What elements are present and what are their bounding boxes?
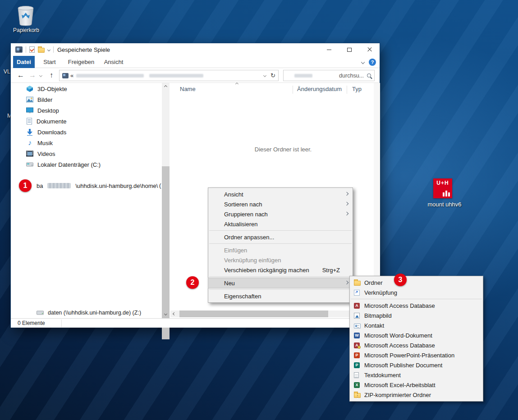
- tab-start[interactable]: Start: [38, 56, 61, 68]
- forward-button[interactable]: →: [29, 71, 36, 79]
- sidebar-item-videos[interactable]: Videos: [26, 148, 161, 159]
- uhh-logo-text: U+H: [433, 180, 452, 186]
- redacted-username: [47, 183, 71, 188]
- drive-icon: [26, 162, 33, 167]
- access-key-icon: A: [354, 342, 360, 348]
- annotation-badge-2: 2: [186, 276, 199, 289]
- menu-separator: [351, 299, 482, 299]
- menu-item-ordner-anpassen[interactable]: Ordner anpassen...: [208, 232, 353, 242]
- sidebar-item-label: daten (\\uhhdisk.uni-hamburg.de) (Z:): [48, 310, 141, 316]
- close-icon: [367, 47, 372, 52]
- menu-item-eigenschaften[interactable]: Eigenschaften: [208, 291, 353, 301]
- new-folder-quick-icon[interactable]: [38, 48, 45, 53]
- menu-separator: [209, 243, 352, 244]
- menu-item-label: Ordner anpassen...: [224, 234, 274, 241]
- minimize-button[interactable]: [319, 43, 339, 56]
- network-home-truncated-paren: (: [159, 182, 161, 189]
- menu-item-verschieben-rueckgaengig[interactable]: Verschieben rückgängig machen Strg+Z: [208, 265, 353, 275]
- ribbon-tab-row: Datei Start Freigeben Ansicht ?: [11, 56, 380, 68]
- tab-datei[interactable]: Datei: [13, 56, 35, 68]
- scrollbar-thumb[interactable]: [179, 310, 328, 317]
- publisher-icon: P: [354, 362, 360, 368]
- sidebar-item-pictures[interactable]: Bilder: [26, 94, 161, 105]
- submenu-arrow-icon: [345, 281, 348, 284]
- sidebar-item-label: Bilder: [37, 96, 52, 103]
- column-header-date[interactable]: Änderungsdatum: [297, 86, 342, 92]
- column-header-name[interactable]: Name: [180, 86, 196, 92]
- sidebar-item-label: 3D-Objekte: [37, 86, 67, 92]
- submenu-item-bitmapbild[interactable]: Bitmapbild: [350, 310, 483, 320]
- menu-separator: [209, 230, 352, 231]
- submenu-item-word-dokument[interactable]: W Microsoft Word-Dokument: [350, 330, 483, 340]
- submenu-item-verknuepfung[interactable]: Verknüpfung: [350, 288, 483, 297]
- column-separator[interactable]: [293, 86, 293, 94]
- mount-uhhv6-label[interactable]: mount uhhv6: [426, 201, 463, 208]
- submenu-item-access-database[interactable]: A Microsoft Access Database: [350, 301, 483, 310]
- sidebar-item-documents[interactable]: Dokumente: [26, 116, 161, 127]
- sidebar-scrollbar[interactable]: [162, 83, 170, 318]
- submenu-item-kontakt[interactable]: Kontakt: [350, 320, 483, 330]
- menu-item-label: Microsoft Publisher Document: [364, 362, 442, 369]
- menu-item-label: Microsoft Access Database: [364, 302, 435, 309]
- submenu-item-access-database-2[interactable]: A Microsoft Access Database: [350, 340, 483, 350]
- tab-freigeben[interactable]: Freigeben: [64, 56, 98, 68]
- sidebar-item-network-daten[interactable]: daten (\\uhhdisk.uni-hamburg.de) (Z:): [37, 307, 172, 318]
- recent-locations-chevron-icon[interactable]: [39, 74, 42, 77]
- context-menu: Ansicht Sortieren nach Gruppieren nach A…: [208, 187, 353, 303]
- submenu-item-publisher[interactable]: P Microsoft Publisher Document: [350, 360, 483, 370]
- menu-item-ansicht[interactable]: Ansicht: [208, 189, 353, 199]
- cube-icon: [26, 85, 33, 92]
- sidebar-item-label: Musik: [37, 140, 53, 146]
- recycle-bin-label[interactable]: Papierkorb: [8, 27, 44, 33]
- title-bar[interactable]: Gespeicherte Spiele: [11, 43, 380, 56]
- up-button[interactable]: ↑: [50, 71, 53, 79]
- maximize-button[interactable]: [339, 43, 359, 56]
- submenu-item-ordner[interactable]: Ordner: [350, 278, 483, 288]
- menu-item-label: Bitmapbild: [364, 312, 392, 319]
- search-box[interactable]: durchsu...: [283, 70, 375, 81]
- sidebar-item-network-home[interactable]: ba \uhhdisk.uni-hamburg.de\home\: [37, 180, 167, 191]
- sidebar-item-local-disk-c[interactable]: Lokaler Datenträger (C:): [26, 159, 161, 170]
- quick-access-toolbar: [11, 46, 54, 53]
- menu-item-gruppieren-nach[interactable]: Gruppieren nach: [208, 209, 353, 219]
- new-submenu: Ordner Verknüpfung A Microsoft Access Da…: [349, 276, 483, 402]
- tab-ansicht[interactable]: Ansicht: [100, 56, 127, 68]
- recycle-bin-icon[interactable]: [15, 4, 37, 26]
- menu-item-label: Microsoft Excel-Arbeitsblatt: [364, 382, 435, 388]
- column-separator[interactable]: [347, 86, 347, 94]
- customize-toolbar-chevron-icon[interactable]: [47, 48, 50, 51]
- menu-separator: [209, 289, 352, 290]
- search-icon: [367, 73, 371, 78]
- text-document-icon: [354, 372, 359, 378]
- close-button[interactable]: [359, 43, 380, 56]
- back-button[interactable]: ←: [17, 71, 24, 79]
- music-icon: ♪: [26, 140, 33, 146]
- properties-quick-icon[interactable]: [29, 46, 35, 53]
- sidebar-item-music[interactable]: ♪ Musik: [26, 137, 161, 148]
- desktop-icon: [26, 107, 33, 114]
- scroll-left-icon[interactable]: [173, 312, 176, 315]
- menu-item-label: Verknüpfung einfügen: [224, 257, 281, 264]
- sidebar-item-downloads[interactable]: Downloads: [26, 127, 161, 137]
- mount-uhhv6-icon[interactable]: U+H: [433, 178, 452, 198]
- submenu-item-textdokument[interactable]: Textdokument: [350, 370, 483, 380]
- submenu-item-zip[interactable]: ZIP-komprimierter Ordner: [350, 390, 483, 400]
- menu-item-neu[interactable]: Neu: [208, 278, 353, 288]
- minimize-icon: [327, 50, 331, 50]
- submenu-item-excel[interactable]: X Microsoft Excel-Arbeitsblatt: [350, 380, 483, 390]
- scroll-up-icon[interactable]: [162, 83, 170, 90]
- help-icon[interactable]: ?: [369, 59, 376, 66]
- address-dropdown-chevron-icon[interactable]: [263, 74, 266, 77]
- ribbon-expand-chevron-icon[interactable]: [361, 60, 365, 64]
- sidebar-item-desktop[interactable]: Desktop: [26, 105, 161, 116]
- submenu-item-powerpoint[interactable]: P Microsoft PowerPoint-Präsentation: [350, 350, 483, 360]
- sidebar-item-3d-objects[interactable]: 3D-Objekte: [26, 83, 161, 94]
- refresh-icon[interactable]: ↻: [270, 72, 275, 79]
- column-header-type[interactable]: Typ: [352, 86, 362, 92]
- horizontal-scrollbar[interactable]: [170, 310, 374, 317]
- address-bar[interactable]: « ↻: [59, 70, 279, 81]
- menu-item-sortieren-nach[interactable]: Sortieren nach: [208, 199, 353, 209]
- scroll-down-icon[interactable]: [162, 311, 170, 318]
- menu-item-label: Microsoft Access Database: [364, 342, 435, 349]
- menu-item-aktualisieren[interactable]: Aktualisieren: [208, 219, 353, 229]
